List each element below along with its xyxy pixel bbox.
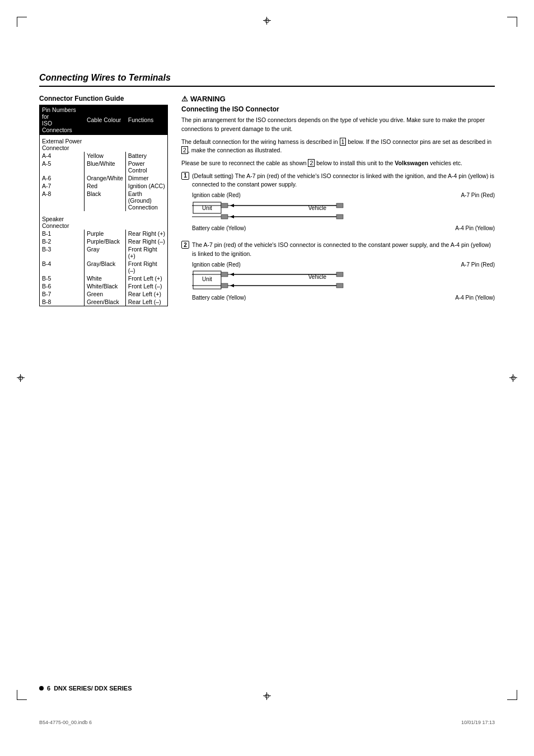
page-number: 6 [47,685,50,692]
table-section-speaker: SpeakerConnector [40,211,168,230]
svg-rect-16 [221,272,228,277]
table-header-pin: Pin Numbers forISO Connectors [40,105,85,135]
pin-a5: A-5 [40,160,85,174]
svg-marker-10 [230,215,234,218]
diagram-2-a7-label: A-7 Pin (Red) [461,261,495,269]
table-row: A-5 Blue/White Power Control [40,160,168,174]
colour-b5: White [84,274,125,282]
svg-rect-22 [221,283,228,288]
crosshair-left [17,374,25,382]
colour-b3: Gray [84,245,125,260]
diagram-2-a4-label: A-4 Pin (Yellow) [455,294,495,302]
function-b3: Front Right (+) [125,245,167,260]
table-row: B-2 Purple/Black Rear Right (–) [40,237,168,245]
function-b1: Rear Right (+) [125,230,167,237]
colour-b1: Purple [84,230,125,237]
pin-b8: B-8 [40,298,85,306]
table-section-external-power: External PowerConnector [40,135,168,152]
pin-b4: B-4 [40,260,85,274]
diagram-2-battery-label: Battery cable (Yellow) [192,294,246,302]
svg-text:Unit: Unit [202,205,212,211]
svg-marker-4 [230,204,234,207]
table-row: B-5 White Front Left (+) [40,274,168,282]
pin-b2: B-2 [40,237,85,245]
table-row: B-8 Green/Black Rear Left (–) [40,298,168,306]
svg-text:Vehicle: Vehicle [308,205,327,211]
warning-para-3: Please be sure to reconnect the cable as… [181,159,495,168]
connector-table: Pin Numbers forISO Connectors Cable Colo… [39,105,168,306]
svg-rect-9 [221,214,228,219]
section-label-speaker: SpeakerConnector [40,211,168,230]
date-info: 10/01/19 17:13 [461,720,495,725]
diagram-1: Ignition cable (Red) A-7 Pin (Red) Unit [192,192,495,232]
svg-marker-23 [230,284,234,287]
diagram-2-top-labels: Ignition cable (Red) A-7 Pin (Red) [192,261,495,269]
diagram-1-battery-label: Battery cable (Yellow) [192,225,246,233]
warning-header: ⚠ WARNING [181,95,495,103]
svg-marker-17 [230,273,234,276]
two-column-layout: Connector Function Guide Pin Numbers for… [39,95,495,310]
table-row: A-6 Orange/White Dimmer [40,174,168,182]
svg-rect-25 [336,283,343,288]
table-row: A-4 Yellow Battery [40,152,168,160]
colour-a4: Yellow [84,152,125,160]
numbered-item-2: 2 The A-7 pin (red) of the vehicle's ISO… [181,241,495,305]
table-row: B-7 Green Rear Left (+) [40,290,168,298]
colour-a6: Orange/White [84,174,125,182]
table-row: A-7 Red Ignition (ACC) [40,182,168,190]
item-1-text: (Default setting) The A-7 pin (red) of t… [192,172,494,188]
diagram-1-ignition-label: Ignition cable (Red) [192,192,241,200]
colour-b4: Gray/Black [84,260,125,274]
svg-rect-19 [336,272,343,277]
function-b5: Front Left (+) [125,274,167,282]
item-1-badge: 1 [181,172,189,180]
colour-b7: Green [84,290,125,298]
diagram-2: Ignition cable (Red) A-7 Pin (Red) Unit [192,261,495,302]
colour-a7: Red [84,182,125,190]
table-row: A-8 Black Earth (Ground)Connection [40,190,168,211]
file-info: B54-4775-00_00.indb 6 [39,720,92,725]
colour-b2: Purple/Black [84,237,125,245]
warning-para-2: The default connection for the wiring ha… [181,138,495,156]
function-b2: Rear Right (–) [125,237,167,245]
function-a8: Earth (Ground)Connection [125,190,167,211]
function-a4: Battery [125,152,167,160]
table-row: B-6 White/Black Front Left (–) [40,282,168,290]
pin-b5: B-5 [40,274,85,282]
footer: 6 DNX SERIES/ DDX SERIES [39,685,495,692]
pin-a8: A-8 [40,190,85,211]
table-header-functions: Functions [125,105,167,135]
diagram-1-bottom-labels: Battery cable (Yellow) A-4 Pin (Yellow) [192,225,495,233]
corner-mark-tr [507,17,517,27]
diagram-1-visual: Unit Vehicle [192,201,349,221]
diagram-2-bottom-labels: Battery cable (Yellow) A-4 Pin (Yellow) [192,294,495,302]
svg-rect-6 [336,203,343,208]
section-label-external: External PowerConnector [40,135,168,152]
main-content: Connecting Wires to Terminals Connector … [39,73,495,672]
table-row: B-1 Purple Rear Right (+) [40,230,168,237]
warning-subtitle: Connecting the ISO Connector [181,105,495,113]
svg-text:Vehicle: Vehicle [308,274,327,280]
corner-mark-tl [17,17,27,27]
function-b6: Front Left (–) [125,282,167,290]
crosshair-top [263,17,271,25]
diagram-1-a7-label: A-7 Pin (Red) [461,192,495,200]
left-column: Connector Function Guide Pin Numbers for… [39,95,168,310]
function-b7: Rear Left (+) [125,290,167,298]
page-title: Connecting Wires to Terminals [39,73,495,87]
diagram-2-ignition-label: Ignition cable (Red) [192,261,241,269]
warning-title: WARNING [190,95,226,103]
table-row: B-4 Gray/Black Front Right (–) [40,260,168,274]
table-header-colour: Cable Colour [84,105,125,135]
diagram-1-a4-label: A-4 Pin (Yellow) [455,225,495,233]
colour-b6: White/Black [84,282,125,290]
right-column: ⚠ WARNING Connecting the ISO Connector T… [181,95,495,310]
numbered-item-1: 1 (Default setting) The A-7 pin (red) of… [181,172,495,236]
table-row: B-3 Gray Front Right (+) [40,245,168,260]
item-2-text: The A-7 pin (red) of the vehicle's ISO c… [192,241,491,256]
function-a5: Power Control [125,160,167,174]
warning-triangle-icon: ⚠ [181,95,188,103]
function-b8: Rear Left (–) [125,298,167,306]
pin-b3: B-3 [40,245,85,260]
footer-text: DNX SERIES/ DDX SERIES [54,685,132,692]
